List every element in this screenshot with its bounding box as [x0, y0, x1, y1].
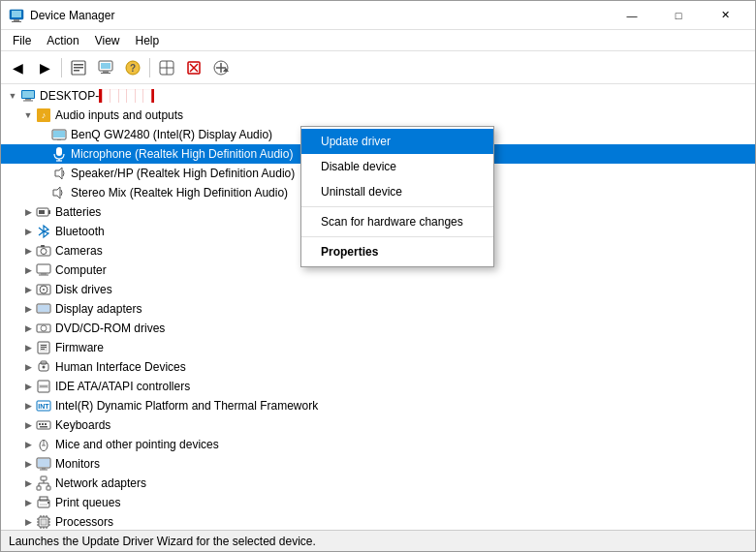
context-menu-update-driver[interactable]: Update driver	[301, 129, 493, 154]
svg-rect-95	[47, 502, 49, 504]
svg-rect-82	[38, 459, 49, 467]
properties-toolbar-button[interactable]	[66, 55, 91, 80]
monitors-icon	[36, 456, 51, 472]
remove-toolbar-button[interactable]	[181, 55, 206, 80]
processors-expand-icon: ▶	[20, 514, 36, 530]
svg-rect-94	[40, 504, 47, 506]
tree-item-displayadapters[interactable]: ▶ Display adapters	[1, 299, 755, 319]
svg-rect-25	[22, 91, 34, 98]
svg-rect-77	[40, 426, 47, 428]
svg-rect-31	[53, 131, 65, 138]
microphone-label: Microphone (Realtek High Definition Audi…	[71, 147, 293, 161]
tree-item-mice[interactable]: ▶ Mice and other pointing devices	[1, 435, 755, 454]
back-button[interactable]: ◀	[5, 55, 30, 80]
window-title: Device Manager	[30, 9, 610, 22]
toolbar-sep-2	[149, 58, 150, 77]
svg-rect-60	[41, 347, 47, 348]
hid-icon	[36, 359, 51, 375]
title-bar: Device Manager — □ ✕	[1, 1, 755, 30]
svg-rect-74	[39, 423, 41, 425]
firmware-label: Firmware	[55, 341, 104, 354]
batteries-label: Batteries	[55, 205, 101, 219]
mic-expand-spacer: ▶	[36, 146, 51, 162]
root-label: DESKTOP-██████	[40, 89, 154, 103]
svg-rect-84	[40, 470, 47, 471]
device-manager-window: Device Manager — □ ✕ File Action View He…	[0, 0, 756, 552]
help-toolbar-button[interactable]: ?	[120, 55, 145, 80]
svg-rect-1	[12, 11, 21, 17]
tree-item-dvd[interactable]: ▶ DVD/CD-ROM drives	[1, 319, 755, 338]
displayadapters-expand-icon: ▶	[20, 301, 36, 317]
svg-marker-41	[44, 226, 48, 237]
svg-point-64	[43, 366, 46, 369]
keyboards-icon	[36, 417, 51, 433]
menu-view[interactable]: View	[87, 32, 128, 49]
microphone-icon	[51, 146, 67, 162]
menu-help[interactable]: Help	[128, 32, 168, 49]
svg-point-56	[41, 325, 47, 331]
tree-root[interactable]: ▼ DESKTOP-██████	[1, 86, 755, 106]
tree-item-hid[interactable]: ▶ Human Interface Devices	[1, 357, 755, 377]
hostname-label: ██████	[99, 89, 154, 103]
svg-rect-7	[74, 70, 79, 72]
computer-label: Computer	[55, 263, 107, 277]
hid-label: Human Interface Devices	[55, 360, 186, 374]
svg-rect-61	[41, 349, 45, 350]
mice-icon	[36, 437, 51, 452]
mice-expand-icon: ▶	[20, 437, 36, 452]
hid-expand-icon: ▶	[20, 359, 36, 375]
uninstall-device-label: Uninstall device	[321, 185, 402, 199]
tree-item-processors[interactable]: ▶	[1, 512, 755, 530]
scan-toolbar-button[interactable]	[154, 55, 179, 80]
speaker-icon	[51, 166, 67, 181]
svg-point-45	[41, 249, 47, 255]
monitors-label: Monitors	[55, 457, 100, 471]
svg-line-43	[39, 228, 44, 231]
tree-item-printqueues[interactable]: ▶ Print queues	[1, 493, 755, 512]
intel-label: Intel(R) Dynamic Platform and Thermal Fr…	[55, 399, 318, 413]
close-button[interactable]: ✕	[703, 1, 747, 30]
svg-text:INT: INT	[38, 403, 49, 410]
tree-item-ide[interactable]: ▶ IDE ATA/ATAPI controllers	[1, 377, 755, 396]
computer-icon	[20, 88, 36, 104]
network-label: Network adapters	[55, 476, 146, 490]
svg-rect-75	[42, 423, 44, 425]
cameras-expand-icon: ▶	[20, 243, 36, 259]
maximize-button[interactable]: □	[656, 1, 701, 30]
disable-device-label: Disable device	[321, 160, 396, 173]
tree-item-network[interactable]: ▶ Network adapters	[1, 474, 755, 493]
svg-rect-48	[41, 273, 47, 275]
tree-item-keyboards[interactable]: ▶ Keyboards	[1, 415, 755, 435]
context-menu-scan[interactable]: Scan for hardware changes	[301, 209, 493, 234]
cameras-label: Cameras	[55, 244, 103, 258]
add-toolbar-button[interactable]	[208, 55, 234, 80]
ide-label: IDE ATA/ATAPI controllers	[55, 380, 190, 393]
toolbar: ◀ ▶ ?	[1, 51, 755, 84]
update-driver-toolbar-button[interactable]	[93, 55, 118, 80]
tree-item-monitors[interactable]: ▶ Monitors	[1, 454, 755, 474]
dvd-label: DVD/CD-ROM drives	[55, 322, 165, 335]
context-menu-uninstall-device[interactable]: Uninstall device	[301, 179, 493, 204]
context-menu-properties[interactable]: Properties	[301, 239, 493, 264]
forward-button[interactable]: ▶	[32, 55, 57, 80]
context-menu-disable-device[interactable]: Disable device	[301, 154, 493, 179]
svg-rect-46	[41, 245, 45, 247]
svg-rect-32	[57, 139, 61, 140]
tree-item-intel[interactable]: ▶ INT Intel(R) Dynamic Platform and Ther…	[1, 396, 755, 415]
stereo-icon	[51, 185, 67, 200]
mice-label: Mice and other pointing devices	[55, 438, 219, 451]
menu-file[interactable]: File	[5, 32, 39, 49]
displayadapters-icon	[36, 301, 51, 317]
svg-rect-11	[101, 73, 110, 74]
svg-text:?: ?	[130, 63, 136, 74]
tree-item-firmware[interactable]: ▶ Firmware	[1, 338, 755, 357]
svg-rect-66	[39, 384, 48, 388]
menu-action[interactable]: Action	[39, 32, 86, 49]
menu-bar: File Action View Help	[1, 30, 755, 51]
tree-item-diskdrives[interactable]: ▶ Disk drives	[1, 280, 755, 299]
audio-group-label: Audio inputs and outputs	[55, 108, 183, 122]
printqueues-label: Print queues	[55, 496, 120, 509]
minimize-button[interactable]: —	[610, 1, 654, 30]
tree-item-audio[interactable]: ▼ ♪ Audio inputs and outputs	[1, 106, 755, 125]
svg-rect-39	[48, 210, 50, 214]
